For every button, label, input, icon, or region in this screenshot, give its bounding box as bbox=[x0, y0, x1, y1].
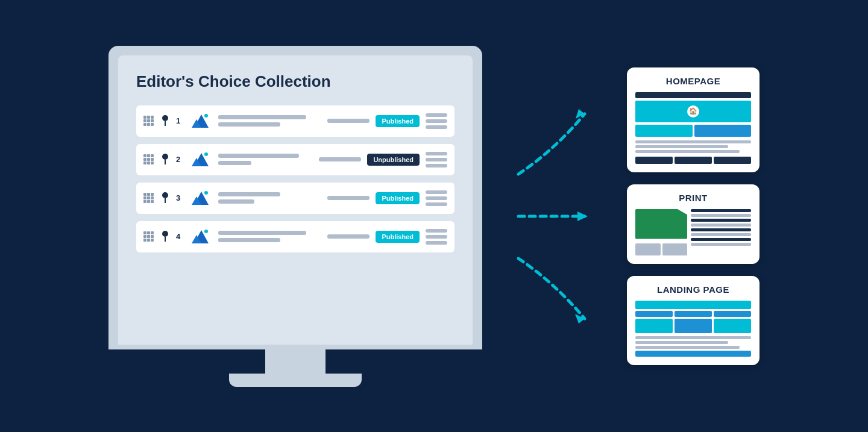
drag-handle-icon[interactable] bbox=[143, 116, 154, 127]
hp-grid-cell bbox=[635, 125, 693, 137]
print-text-line bbox=[691, 214, 751, 217]
print-text-line bbox=[691, 238, 751, 241]
hp-text-lines bbox=[635, 140, 751, 153]
lp-text-line bbox=[635, 346, 740, 349]
print-preview bbox=[635, 209, 751, 255]
print-card: PRINT bbox=[627, 184, 760, 264]
action-menu[interactable] bbox=[426, 113, 447, 129]
row-number: 2 bbox=[176, 155, 184, 164]
print-img bbox=[662, 243, 688, 255]
lp-header-bar bbox=[635, 301, 751, 309]
print-text-line bbox=[691, 233, 751, 236]
table-row: 2 Unpublished bbox=[136, 144, 454, 175]
print-right bbox=[691, 209, 751, 255]
pin-icon bbox=[160, 231, 170, 243]
print-text-line bbox=[691, 228, 751, 231]
hp-text-line bbox=[635, 150, 740, 153]
thumbnail-icon bbox=[190, 151, 212, 169]
lp-content-cell bbox=[714, 319, 751, 333]
drag-handle-icon[interactable] bbox=[143, 154, 154, 165]
pin-icon bbox=[160, 154, 170, 166]
lp-nav-item bbox=[635, 311, 673, 317]
lp-text-line bbox=[635, 336, 751, 339]
print-text-line bbox=[691, 209, 751, 212]
arrows-svg bbox=[506, 66, 603, 367]
destination-cards: HOMEPAGE 🏠 bbox=[627, 67, 760, 365]
svg-point-2 bbox=[204, 114, 208, 117]
connector-arrows bbox=[506, 66, 603, 367]
lp-nav-item bbox=[675, 311, 712, 317]
lp-content-cell bbox=[675, 319, 712, 333]
main-container: Editor's Choice Collection 1 bbox=[0, 0, 868, 432]
meta-placeholder bbox=[319, 157, 361, 161]
print-img bbox=[635, 243, 661, 255]
monitor-body: Editor's Choice Collection 1 bbox=[108, 46, 482, 349]
homepage-title: HOMEPAGE bbox=[635, 76, 751, 86]
action-menu[interactable] bbox=[426, 190, 447, 206]
hp-bottom-grid bbox=[635, 157, 751, 164]
svg-point-8 bbox=[204, 191, 208, 195]
hp-text-line bbox=[635, 145, 728, 148]
homepage-preview: 🏠 bbox=[635, 92, 751, 164]
table-row: 1 Published bbox=[136, 105, 454, 137]
action-menu[interactable] bbox=[426, 229, 447, 245]
print-text-line bbox=[691, 224, 751, 227]
thumbnail-icon bbox=[190, 112, 212, 130]
print-text-line bbox=[691, 243, 751, 246]
hp-text-line bbox=[635, 140, 751, 143]
monitor-screen: Editor's Choice Collection 1 bbox=[118, 55, 473, 345]
table-row: 3 Published bbox=[136, 183, 454, 214]
print-corner bbox=[635, 209, 687, 239]
row-number: 1 bbox=[176, 116, 184, 125]
content-placeholder bbox=[218, 231, 321, 242]
table-rows: 1 Published bbox=[136, 105, 454, 252]
lp-nav-item bbox=[714, 311, 751, 317]
content-placeholder bbox=[218, 192, 321, 204]
lp-preview bbox=[635, 301, 751, 357]
status-badge[interactable]: Published bbox=[376, 192, 420, 204]
hp-bottom-cell bbox=[635, 157, 673, 164]
print-text-line bbox=[691, 219, 751, 222]
lp-bottom-bar bbox=[635, 351, 751, 357]
meta-placeholder bbox=[327, 119, 370, 123]
thumbnail-icon bbox=[190, 228, 212, 246]
hp-grid-cell bbox=[694, 125, 752, 137]
svg-point-5 bbox=[204, 152, 208, 156]
thumbnail-icon bbox=[190, 189, 212, 207]
action-menu[interactable] bbox=[426, 152, 447, 167]
status-badge[interactable]: Published bbox=[376, 115, 420, 127]
landing-page-card: LANDING PAGE bbox=[627, 276, 760, 365]
drag-handle-icon[interactable] bbox=[143, 231, 154, 242]
lp-nav bbox=[635, 311, 751, 317]
hp-hero-icon: 🏠 bbox=[687, 105, 699, 117]
status-badge[interactable]: Unpublished bbox=[367, 154, 420, 166]
row-number: 3 bbox=[176, 193, 184, 202]
pin-icon bbox=[160, 192, 170, 204]
homepage-card: HOMEPAGE 🏠 bbox=[627, 67, 760, 172]
pin-icon bbox=[160, 115, 170, 127]
landing-page-title: LANDING PAGE bbox=[635, 284, 751, 295]
status-badge[interactable]: Published bbox=[376, 231, 420, 243]
meta-placeholder bbox=[327, 196, 370, 200]
content-placeholder bbox=[218, 154, 313, 165]
hp-bottom-cell bbox=[675, 157, 712, 164]
monitor-stand-neck bbox=[265, 349, 326, 374]
drag-handle-icon[interactable] bbox=[143, 193, 154, 204]
monitor-wrapper: Editor's Choice Collection 1 bbox=[108, 46, 482, 387]
lp-text-lines bbox=[635, 336, 751, 349]
hp-bottom-cell bbox=[714, 157, 751, 164]
content-placeholder bbox=[218, 115, 321, 127]
monitor-stand-base bbox=[229, 374, 362, 387]
hp-header-bar bbox=[635, 92, 751, 98]
hp-grid bbox=[635, 125, 751, 137]
lp-content-grid bbox=[635, 319, 751, 333]
print-title: PRINT bbox=[635, 193, 751, 203]
print-left bbox=[635, 209, 687, 255]
row-number: 4 bbox=[176, 232, 184, 241]
svg-marker-13 bbox=[577, 211, 588, 221]
lp-text-line bbox=[635, 341, 728, 344]
meta-placeholder bbox=[327, 234, 370, 239]
collection-title: Editor's Choice Collection bbox=[136, 72, 454, 91]
hp-hero-section: 🏠 bbox=[635, 101, 751, 122]
table-row: 4 Published bbox=[136, 221, 454, 252]
